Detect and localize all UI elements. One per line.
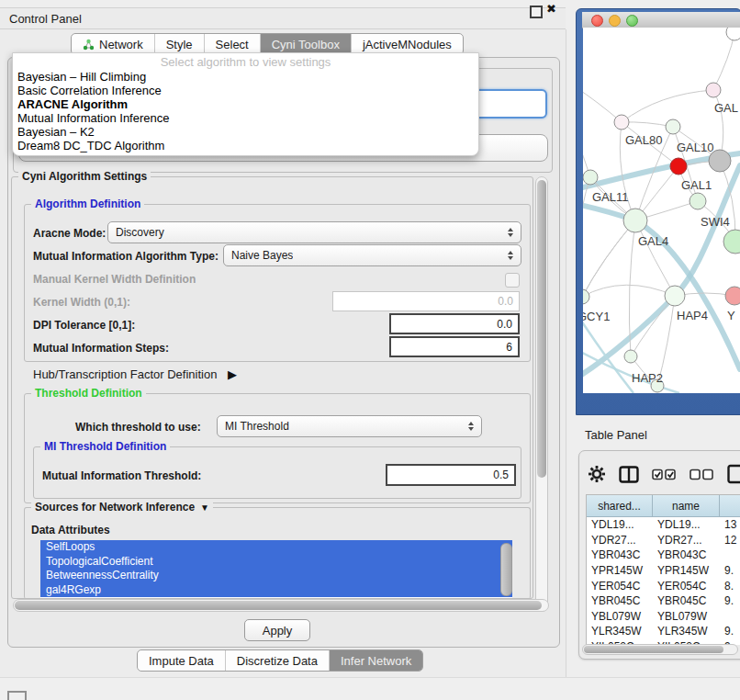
tab-select[interactable]: Select (205, 34, 261, 54)
algorithm-option-bayesian-hill-climbing[interactable]: Bayesian – Hill Climbing (13, 70, 478, 84)
node-hap4[interactable] (665, 286, 685, 306)
algorithm-option-basic-correlation-inference[interactable]: Basic Correlation Inference (13, 84, 478, 97)
gear-icon[interactable] (588, 465, 606, 487)
apply-button[interactable]: Apply (244, 619, 310, 641)
node-gal-pink[interactable] (706, 83, 721, 97)
column-header-col3[interactable] (720, 495, 740, 516)
select-all-checkboxes-icon[interactable] (652, 468, 677, 484)
node-gcy1[interactable] (583, 289, 589, 304)
dpi-tolerance-label: DPI Tolerance [0,1]: (33, 319, 135, 332)
column-header-shared[interactable]: shared... (587, 495, 653, 516)
tab-jactivemnodules-label: jActiveMNodules (363, 38, 452, 51)
node-label-gal: GAL (714, 101, 738, 115)
node-gal1[interactable] (690, 193, 706, 209)
network-edge (583, 285, 675, 297)
tab-select-label: Select (216, 38, 249, 51)
mi-steps-label: Mutual Information Steps: (33, 342, 169, 355)
node-gal11[interactable] (583, 170, 598, 185)
network-window-titlebar[interactable] (582, 12, 740, 28)
expand-right-icon: ▶ (228, 367, 237, 381)
node-swi4-big[interactable] (723, 230, 740, 254)
settings-horizontal-scrollbar-thumb[interactable] (15, 601, 542, 610)
tab-cyni-toolbox[interactable]: Cyni Toolbox (261, 34, 352, 54)
dropdown-placeholder: Select algorithm to view settings (13, 53, 478, 70)
sources-group-title: Sources for Network Inference▼ (31, 501, 213, 514)
tab-infer-network[interactable]: Infer Network (330, 650, 422, 671)
mac-zoom-button[interactable] (626, 15, 638, 27)
node-label-gal10: GAL10 (677, 141, 713, 154)
sources-title-text: Sources for Network Inference (35, 501, 195, 514)
table-row[interactable]: YER054CYER054C8. (587, 578, 740, 593)
hub-definition-expander[interactable]: Hub/Transcription Factor Definition ▶ (33, 367, 237, 381)
table-row[interactable]: YLR345WYLR345W9. (587, 624, 740, 639)
table-cell: YPR145W (653, 564, 720, 577)
tab-style[interactable]: Style (155, 34, 205, 54)
node-gal80[interactable] (614, 115, 629, 130)
table-row[interactable]: YBR043CYBR043C (587, 548, 740, 563)
algorithm-option-dream8-dc-tdc-algorithm[interactable]: Dream8 DC_TDC Algorithm (13, 139, 478, 152)
attribute-item-selfloops[interactable]: SelfLoops (40, 540, 512, 555)
algorithm-option-aracne-algorithm[interactable]: ARACNE Algorithm (13, 97, 478, 111)
manual-kernel-checkbox[interactable] (505, 273, 520, 288)
node-gal4[interactable] (623, 209, 647, 232)
kernel-width-label: Kernel Width (0,1): (33, 296, 130, 309)
table-cell: YDR27... (653, 534, 720, 547)
tab-discretize-data[interactable]: Discretize Data (226, 650, 330, 671)
mi-threshold-field[interactable]: 0.5 (386, 464, 516, 486)
kernel-width-field[interactable]: 0.0 (332, 291, 520, 311)
node-top-cut[interactable] (726, 28, 740, 40)
algorithm-definition-title: Algorithm Definition (31, 198, 144, 210)
table-cell: 9. (720, 564, 740, 577)
kernel-width-value: 0.0 (498, 295, 513, 308)
node-label-gal80: GAL80 (625, 133, 662, 147)
attribute-list-scrollbar[interactable] (500, 543, 512, 596)
tab-impute-data[interactable]: Impute Data (138, 650, 226, 671)
attribute-item-topologicalcoefficient[interactable]: TopologicalCoefficient (40, 555, 512, 570)
table-cell: YBL079W (653, 610, 720, 623)
mi-threshold-group-title: MI Threshold Definition (40, 440, 170, 453)
algorithm-option-bayesian-k2[interactable]: Bayesian – K2 (13, 125, 478, 139)
settings-vertical-scrollbar-thumb[interactable] (537, 180, 546, 478)
cut-corner-widget (7, 691, 27, 700)
clear-checkboxes-icon[interactable] (690, 468, 714, 484)
attribute-item-betweennesscentrality[interactable]: BetweennessCentrality (40, 569, 512, 583)
table-row[interactable]: YBR045CYBR045C9. (587, 593, 740, 609)
node-gal10[interactable] (666, 119, 680, 134)
table-cell: YER054C (587, 580, 653, 593)
aracne-mode-combobox[interactable]: Discovery (107, 221, 521, 243)
table-cell: YDR27... (587, 534, 653, 547)
collapse-down-icon: ▼ (200, 502, 209, 513)
table-row[interactable]: YDL19...YDL19...13 (587, 517, 740, 533)
node-label-hap2: HAP2 (632, 371, 663, 385)
node-salmon[interactable] (725, 287, 740, 305)
split-columns-icon[interactable] (619, 466, 639, 487)
table-row[interactable]: YPR145WYPR145W9. (587, 563, 740, 579)
tab-style-label: Style (166, 38, 193, 51)
mac-close-button[interactable] (591, 15, 603, 27)
table-cell: YLR345W (587, 625, 653, 638)
which-threshold-combobox[interactable]: MI Threshold (217, 415, 482, 437)
algorithm-option-mutual-information-inference[interactable]: Mutual Information Inference (13, 111, 478, 125)
data-attributes-list: SelfLoopsTopologicalCoefficientBetweenne… (40, 540, 512, 598)
node-red[interactable] (670, 158, 687, 175)
column-header-name[interactable]: name (653, 495, 720, 516)
network-canvas[interactable]: GALGAL80GAL10GAL1GAL11SWI4GAL4GCY1HAP4YH… (583, 28, 740, 393)
table-row[interactable]: YDR27...YDR27...12 (587, 533, 740, 548)
table-horizontal-scrollbar-thumb[interactable] (584, 646, 723, 653)
import-table-icon[interactable] (727, 464, 740, 488)
combo-arrows-icon (468, 422, 474, 431)
table-cell: YLR345W (653, 625, 720, 638)
data-attributes-label: Data Attributes (31, 524, 110, 536)
float-window-icon[interactable] (530, 6, 543, 18)
dpi-tolerance-field[interactable]: 0.0 (389, 313, 520, 334)
table-cell: YBL079W (587, 610, 653, 623)
tab-network[interactable]: Network (72, 34, 155, 54)
node-hap2[interactable] (624, 350, 637, 363)
attribute-item-gal4rgexp[interactable]: gal4RGexp (40, 583, 512, 598)
mi-steps-field[interactable]: 6 (389, 336, 520, 357)
tab-jactivemnodules[interactable]: jActiveMNodules (352, 34, 463, 54)
table-row[interactable]: YBL079WYBL079W (587, 609, 740, 625)
mi-type-combobox[interactable]: Naive Bayes (223, 244, 521, 266)
mac-minimize-button[interactable] (609, 15, 621, 27)
close-icon[interactable]: ✖ (546, 2, 556, 16)
